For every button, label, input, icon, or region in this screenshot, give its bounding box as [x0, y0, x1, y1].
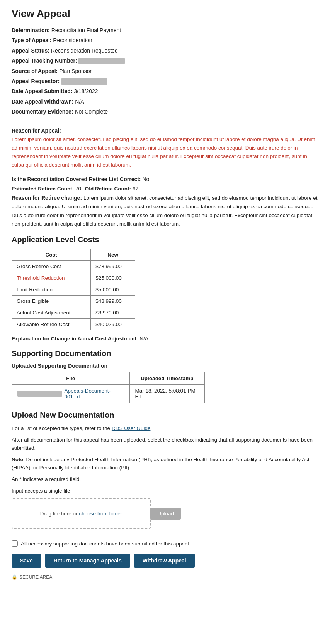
- table-row: Appeals-Document-001.txt Mar 18, 2022, 5…: [12, 385, 205, 403]
- col-cost: Cost: [12, 249, 91, 261]
- upload-note: Note: Do not include any Protected Healt…: [12, 455, 318, 472]
- timestamp-cell: Mar 18, 2022, 5:08:01 PM ET: [129, 385, 204, 403]
- documents-submitted-checkbox[interactable]: [12, 540, 18, 547]
- reconciliation-value: No: [142, 176, 149, 182]
- status-field: Appeal Status: Reconsideration Requested: [12, 46, 318, 55]
- supporting-sub-title: Uploaded Supporting Documentation: [12, 363, 318, 369]
- explanation-label: Explanation for Change in Actual Cost Ad…: [12, 336, 138, 342]
- date-submitted-label: Date Appeal Submitted:: [12, 88, 72, 94]
- checkbox-row: All necessary supporting documents have …: [12, 540, 318, 547]
- table-row: Allowable Retiree Cost$40,029.00: [12, 319, 135, 330]
- upload-section: For a list of accepted file types, refer…: [12, 424, 318, 568]
- date-withdrawn-label: Date Appeal Withdrawn:: [12, 99, 73, 105]
- secure-area: 🔒 SECURE AREA: [12, 574, 318, 580]
- upload-line1: For a list of accepted file types, refer…: [12, 424, 318, 433]
- checkbox-label: All necessary supporting documents have …: [21, 541, 190, 547]
- cost-value: $5,000.00: [91, 284, 135, 296]
- cost-label: Threshold Reduction: [12, 272, 91, 284]
- explanation-line: Explanation for Change in Actual Cost Ad…: [12, 336, 318, 342]
- tracking-field: Appeal Tracking Number:: [12, 56, 318, 65]
- explanation-value: N/A: [139, 336, 148, 342]
- estimated-value: 70: [75, 186, 81, 192]
- upload-dropzone[interactable]: Drag file here or choose from folder Upl…: [12, 498, 151, 529]
- upload-line2: After all documentation for this appeal …: [12, 436, 318, 452]
- choose-folder-link[interactable]: choose from folder: [79, 511, 122, 517]
- cost-value: $40,029.00: [91, 319, 135, 330]
- file-redacted: [17, 391, 62, 397]
- tracking-value-redacted: [78, 58, 125, 64]
- note-label: Note: [12, 457, 23, 462]
- table-row: Threshold Reduction$25,000.00: [12, 272, 135, 284]
- col-file: File: [12, 372, 130, 385]
- return-button[interactable]: Return to Manage Appeals: [45, 554, 130, 568]
- source-field: Source of Appeal: Plan Sponsor: [12, 67, 318, 75]
- reconciliation-label: Is the Reconciliation Covered Retiree Li…: [12, 176, 141, 182]
- required-text: An * indicates a required field.: [12, 475, 318, 484]
- save-button[interactable]: Save: [12, 554, 41, 568]
- file-cell: Appeals-Document-001.txt: [12, 385, 130, 403]
- cost-value: $78,999.00: [91, 261, 135, 272]
- status-label: Appeal Status:: [12, 48, 49, 54]
- tracking-label: Appeal Tracking Number:: [12, 58, 77, 64]
- table-row: Actual Cost Adjustment$8,970.00: [12, 307, 135, 319]
- note-text: : Do not include any Protected Health In…: [12, 457, 310, 471]
- retiree-reason-section: Reason for Retiree change: Lorem ipsum d…: [12, 194, 318, 228]
- status-value: Reconsideration Requested: [51, 48, 118, 54]
- file-link-container: Appeals-Document-001.txt: [17, 388, 124, 399]
- type-label: Type of Appeal:: [12, 37, 51, 43]
- upload-row: Drag file here or choose from folder Upl…: [12, 498, 318, 534]
- documentary-value: Not Complete: [75, 109, 108, 115]
- support-table: File Uploaded Timestamp Appeals-Document…: [12, 372, 205, 403]
- rds-user-guide-link[interactable]: RDS User Guide: [112, 425, 151, 431]
- costs-table: Cost New Gross Retiree Cost$78,999.00Thr…: [12, 249, 135, 330]
- retiree-reason-label: Reason for Retiree change:: [12, 195, 82, 201]
- date-submitted-field: Date Appeal Submitted: 3/18/2022: [12, 87, 318, 95]
- estimated-label: Estimated Retiree Count:: [12, 186, 74, 192]
- table-row: Gross Retiree Cost$78,999.00: [12, 261, 135, 272]
- source-label: Source of Appeal:: [12, 68, 58, 74]
- table-row: Limit Reduction$5,000.00: [12, 284, 135, 296]
- requestor-value-redacted: [61, 78, 107, 85]
- file-link[interactable]: Appeals-Document-001.txt: [65, 388, 124, 399]
- cost-label: Allowable Retiree Cost: [12, 319, 91, 330]
- date-withdrawn-value: N/A: [75, 99, 84, 105]
- secure-text: SECURE AREA: [19, 574, 52, 580]
- determination-field: Determination: Reconciliation Final Paym…: [12, 26, 318, 34]
- withdraw-button[interactable]: Withdraw Appeal: [134, 554, 195, 568]
- old-label: Old Retiree Count:: [85, 186, 131, 192]
- table-row: Gross Eligible$48,999.00: [12, 296, 135, 307]
- reconciliation-field: Is the Reconciliation Covered Retiree Li…: [12, 175, 318, 184]
- requestor-field: Appeal Requestor:: [12, 77, 318, 85]
- divider: [12, 122, 318, 122]
- retiree-count-field: Estimated Retiree Count: 70 Old Retiree …: [12, 186, 318, 192]
- cost-label: Gross Retiree Cost: [12, 261, 91, 272]
- date-submitted-value: 3/18/2022: [74, 88, 98, 94]
- upload-line1-end: .: [150, 425, 152, 431]
- cost-label: Gross Eligible: [12, 296, 91, 307]
- costs-title: Application Level Costs: [12, 235, 318, 244]
- lock-icon: 🔒: [12, 574, 17, 580]
- cost-value: $25,000.00: [91, 272, 135, 284]
- date-withdrawn-field: Date Appeal Withdrawn: N/A: [12, 97, 318, 106]
- type-value: Reconsideration: [53, 37, 92, 43]
- upload-button[interactable]: Upload: [150, 508, 181, 520]
- drag-text: Drag file here or: [40, 511, 78, 517]
- requestor-label: Appeal Requestor:: [12, 78, 60, 84]
- documentary-label: Documentary Evidence:: [12, 109, 73, 115]
- cost-label: Actual Cost Adjustment: [12, 307, 91, 319]
- old-value: 62: [133, 186, 138, 192]
- supporting-title: Supporting Documentation: [12, 349, 318, 358]
- determination-label: Determination:: [12, 27, 50, 33]
- page-title: View Appeal: [12, 8, 318, 20]
- type-field: Type of Appeal: Reconsideration: [12, 36, 318, 44]
- source-value: Plan Sponsor: [59, 68, 92, 74]
- documentary-field: Documentary Evidence: Not Complete: [12, 107, 318, 116]
- reason-label: Reason for Appeal:: [12, 127, 61, 134]
- determination-value: Reconciliation Final Payment: [51, 27, 121, 33]
- reason-text: Lorem ipsum dolor sit amet, consectetur …: [12, 135, 318, 170]
- cost-value: $48,999.00: [91, 296, 135, 307]
- col-new: New: [91, 249, 135, 261]
- col-timestamp: Uploaded Timestamp: [129, 372, 204, 385]
- upload-title: Upload New Documentation: [12, 411, 318, 420]
- reason-for-appeal-section: Reason for Appeal: Lorem ipsum dolor sit…: [12, 127, 318, 170]
